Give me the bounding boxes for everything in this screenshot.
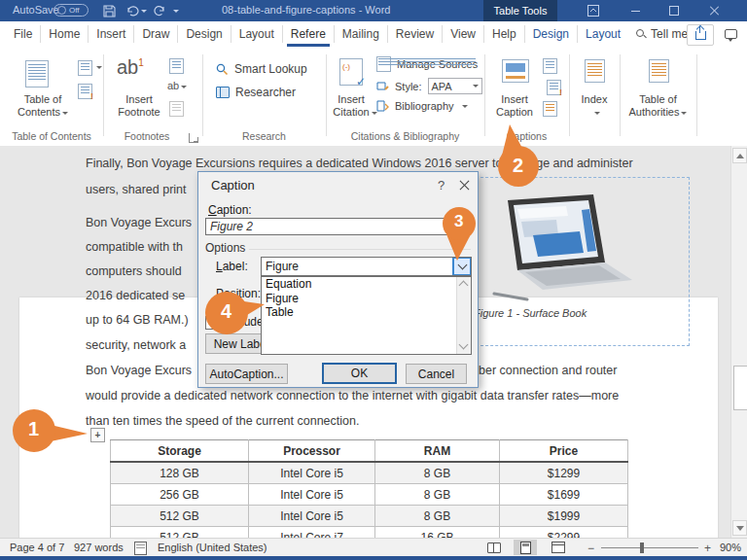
tab-help[interactable]: Help	[484, 25, 525, 43]
undo-button[interactable]	[124, 3, 140, 18]
insert-endnote-button[interactable]	[169, 58, 184, 74]
dropdown-arrow-icon	[372, 112, 377, 115]
vertical-scrollbar[interactable]	[730, 146, 747, 538]
label-dropdown-list: Equation Figure Table	[261, 276, 472, 355]
options-section-label: Options	[205, 241, 245, 255]
cross-reference-button[interactable]	[543, 101, 557, 117]
ok-button[interactable]: OK	[322, 363, 397, 384]
table-header-row: Storage Processor RAM Price	[111, 440, 628, 463]
caption-dialog: Caption ? Caption: Figure 2 Options Labe…	[197, 171, 479, 388]
web-layout-button[interactable]	[547, 540, 570, 555]
autosave-state: Off	[69, 7, 80, 15]
print-layout-button[interactable]	[514, 540, 537, 555]
style-row: Style: APA	[376, 78, 482, 94]
manage-sources-button[interactable]: Manage Sources	[376, 56, 478, 72]
proofing-status-icon[interactable]	[134, 542, 147, 555]
zoom-slider-thumb[interactable]	[640, 542, 644, 553]
dialog-close-button[interactable]	[459, 180, 470, 191]
tab-home[interactable]: Home	[41, 25, 89, 43]
word-window: AutoSave Off 08-table-and-figure-caption…	[0, 0, 747, 560]
page-indicator[interactable]: Page 4 of 7	[10, 542, 64, 553]
group-label-research: Research	[202, 130, 326, 144]
scroll-up-button[interactable]	[732, 148, 747, 163]
read-mode-button[interactable]	[482, 540, 506, 555]
title-bar: AutoSave Off 08-table-and-figure-caption…	[0, 0, 747, 21]
language-indicator[interactable]: English (United States)	[158, 542, 267, 553]
close-button[interactable]	[698, 0, 731, 21]
cancel-button[interactable]: Cancel	[406, 364, 467, 384]
zoom-out-button[interactable]: −	[587, 542, 594, 555]
redo-button[interactable]	[152, 3, 167, 18]
style-select[interactable]: APA	[428, 78, 482, 94]
next-footnote-button[interactable]: ab	[167, 80, 187, 91]
add-text-button[interactable]	[78, 60, 92, 76]
autosave-toggle[interactable]: Off	[53, 4, 89, 17]
add-text-dropdown-icon[interactable]	[96, 66, 102, 69]
tab-view[interactable]: View	[443, 25, 484, 43]
zoom-in-button[interactable]: +	[704, 542, 711, 555]
callout-2: 2	[498, 124, 539, 187]
autocaption-button[interactable]: AutoCaption...	[205, 364, 288, 384]
tab-insert[interactable]: Insert	[89, 25, 134, 43]
tab-review[interactable]: Review	[388, 25, 443, 43]
update-table-button[interactable]: !	[78, 84, 92, 99]
tab-table-design-contextual[interactable]: Design	[525, 25, 578, 43]
list-scrollbar[interactable]	[456, 277, 471, 354]
group-label-footnotes: Footnotes	[103, 130, 191, 144]
tab-mailings[interactable]: Mailing	[335, 25, 388, 43]
scrollbar-thumb[interactable]	[733, 366, 747, 410]
paragraph2-line2: compatible with th	[86, 240, 183, 254]
ribbon-display-options-icon[interactable]	[586, 3, 601, 18]
label-option-figure[interactable]: Figure	[262, 292, 471, 306]
paragraph3-line1-right: ber connection and router	[479, 364, 617, 377]
paragraph2-line6: security, network a	[86, 338, 186, 352]
share-button[interactable]	[687, 24, 714, 46]
save-icon[interactable]	[101, 3, 117, 18]
ribbon: Table of Contents ! Table of Contents ab…	[0, 47, 747, 147]
search-icon	[636, 29, 646, 39]
dialog-help-button[interactable]: ?	[438, 178, 445, 192]
table-of-authorities-icon	[649, 59, 669, 83]
insert-table-of-figures-button[interactable]	[543, 58, 557, 74]
undo-dropdown-arrow-icon[interactable]	[139, 3, 147, 18]
insert-caption-icon	[502, 59, 529, 83]
zoom-slider-track[interactable]	[601, 547, 698, 548]
smart-lookup-button[interactable]: Smart Lookup	[216, 62, 307, 76]
label-option-equation[interactable]: Equation	[262, 277, 471, 292]
tab-draw[interactable]: Draw	[134, 25, 178, 43]
minimize-button[interactable]	[619, 0, 652, 21]
tab-layout[interactable]: Layout	[231, 25, 283, 43]
document-title: 08-table-and-figure-captions - Word	[222, 4, 390, 16]
paragraph2-line4: 2016 dedicated se	[86, 289, 185, 302]
tab-references-active[interactable]: Refere	[283, 25, 335, 43]
tab-table-layout-contextual[interactable]: Layout	[578, 25, 628, 43]
table-move-handle[interactable]: +	[90, 428, 105, 442]
tab-file[interactable]: File	[6, 25, 41, 43]
table-row: 512 GB Intel Core i5 8 GB $1999	[111, 506, 628, 527]
label-option-table[interactable]: Table	[262, 305, 471, 320]
paragraph2-line3: computers should	[86, 264, 182, 278]
update-table-of-figures-button[interactable]: !	[547, 80, 561, 95]
quick-access-toolbar-dropdown-icon[interactable]	[171, 3, 179, 18]
researcher-button[interactable]: Researcher	[216, 86, 296, 99]
surface-book-image[interactable]	[479, 192, 644, 307]
show-notes-button[interactable]	[169, 101, 184, 117]
autosave-knob-icon	[57, 6, 66, 15]
word-count[interactable]: 927 words	[74, 542, 124, 553]
smart-lookup-icon	[216, 63, 229, 76]
label-combobox[interactable]: Figure	[261, 257, 472, 276]
comments-button[interactable]	[718, 24, 743, 44]
caption-text-input[interactable]: Figure 2	[205, 218, 470, 235]
tab-design[interactable]: Design	[178, 25, 231, 43]
callout-4: 4	[204, 291, 267, 335]
group-label-table-of-contents: Table of Contents	[0, 130, 103, 144]
zoom-level[interactable]: 90%	[720, 542, 741, 553]
table-row: 128 GB Intel Core i5 8 GB $1299	[111, 462, 628, 484]
scroll-down-button[interactable]	[732, 520, 747, 536]
footnotes-dialog-launcher-icon[interactable]	[189, 133, 198, 143]
restore-button[interactable]	[658, 0, 691, 21]
bibliography-button[interactable]: Bibliography	[376, 100, 468, 112]
tell-me-search[interactable]: Tell me	[628, 25, 695, 43]
table-header-processor: Processor	[249, 440, 375, 463]
callout-3: 3	[443, 207, 478, 262]
